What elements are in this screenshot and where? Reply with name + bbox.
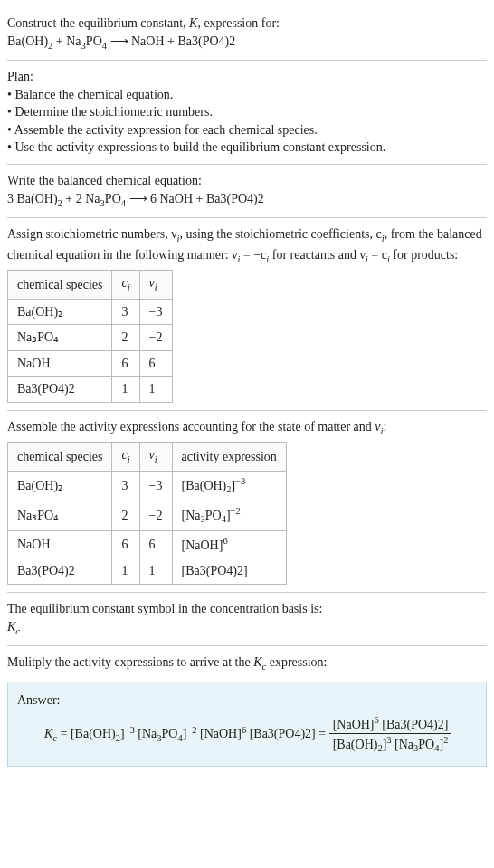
plan-item-1: • Balance the chemical equation. <box>7 86 487 104</box>
plan: Plan: • Balance the chemical equation. •… <box>7 61 487 165</box>
col-species: chemical species <box>8 443 112 471</box>
symbol-section: The equilibrium constant symbol in the c… <box>7 593 487 646</box>
table-row: NaOH66 <box>8 350 173 377</box>
table-row: Ba3(PO4)211 <box>8 377 173 403</box>
table-row: Ba(OH)₂3−3 [Ba(OH)2]−3 <box>8 471 287 501</box>
table-header-row: chemical species ci νi <box>8 271 173 299</box>
col-ci: ci <box>112 443 139 471</box>
col-ci: ci <box>112 271 139 299</box>
table-row: NaOH66 [NaOH]6 <box>8 531 287 558</box>
plan-item-3: • Assemble the activity expression for e… <box>7 121 487 139</box>
col-activity: activity expression <box>172 443 286 471</box>
stoichiometric-section: Assign stoichiometric numbers, νi, using… <box>7 218 487 411</box>
problem-statement: Construct the equilibrium constant, K, e… <box>7 7 487 61</box>
denominator: [Ba(OH)2]3 [Na3PO4]2 <box>329 734 452 756</box>
plan-item-4: • Use the activity expressions to build … <box>7 138 487 157</box>
stoich-text: Assign stoichiometric numbers, νi, using… <box>7 225 487 266</box>
table-row: Ba3(PO4)211 [Ba3(PO4)2] <box>8 558 287 585</box>
symbol-text: The equilibrium constant symbol in the c… <box>7 600 487 618</box>
activity-table: chemical species ci νi activity expressi… <box>7 442 287 585</box>
balanced-title: Write the balanced chemical equation: <box>7 172 487 190</box>
stoich-table: chemical species ci νi Ba(OH)₂3−3 Na₃PO₄… <box>7 270 173 403</box>
table-header-row: chemical species ci νi activity expressi… <box>8 443 287 471</box>
unbalanced-equation: Ba(OH)2 + Na3PO4 ⟶ NaOH + Ba3(PO4)2 <box>7 33 487 52</box>
final-section: Mulitply the activity expressions to arr… <box>7 646 487 766</box>
answer-label: Answer: <box>17 692 477 710</box>
activity-title: Assemble the activity expressions accoun… <box>7 418 487 438</box>
problem-line1: Construct the equilibrium constant, K, e… <box>7 14 487 33</box>
table-row: Na₃PO₄2−2 [Na3PO4]−2 <box>8 501 287 531</box>
balanced-equation: 3 Ba(OH)2 + 2 Na3PO4 ⟶ 6 NaOH + Ba3(PO4)… <box>7 190 487 210</box>
col-vi: νi <box>139 443 172 471</box>
table-row: Na₃PO₄2−2 <box>8 325 173 351</box>
activity-section: Assemble the activity expressions accoun… <box>7 411 487 593</box>
kc-symbol: Kc <box>7 618 487 638</box>
col-species: chemical species <box>8 271 112 299</box>
plan-title: Plan: <box>7 68 487 86</box>
plan-item-2: • Determine the stoichiometric numbers. <box>7 103 487 121</box>
kc-expression: Kc = [Ba(OH)2]−3 [Na3PO4]−2 [NaOH]6 [Ba3… <box>17 714 477 756</box>
fraction: [NaOH]6 [Ba3(PO4)2][Ba(OH)2]3 [Na3PO4]2 <box>329 714 452 756</box>
col-vi: νi <box>139 271 172 299</box>
final-title: Mulitply the activity expressions to arr… <box>7 653 487 673</box>
numerator: [NaOH]6 [Ba3(PO4)2] <box>329 714 452 734</box>
balanced-equation-section: Write the balanced chemical equation: 3 … <box>7 165 487 218</box>
table-row: Ba(OH)₂3−3 <box>8 299 173 325</box>
answer-box: Answer: Kc = [Ba(OH)2]−3 [Na3PO4]−2 [NaO… <box>7 682 487 767</box>
